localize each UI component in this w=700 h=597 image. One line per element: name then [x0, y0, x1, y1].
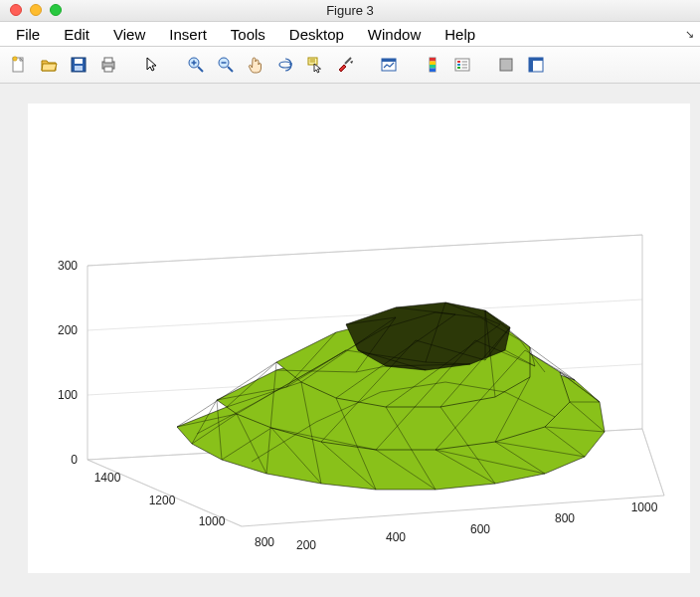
zoom-out-button[interactable]	[213, 52, 239, 78]
svg-rect-40	[529, 58, 543, 61]
x-tick-800: 800	[555, 511, 575, 525]
rotate3d-button[interactable]	[272, 52, 298, 78]
x-tick-400: 400	[386, 530, 406, 544]
svg-line-49	[642, 429, 664, 496]
menu-help[interactable]: Help	[433, 23, 487, 46]
data-cursor-button[interactable]	[302, 52, 328, 78]
y-tick-1000: 1000	[199, 514, 226, 528]
z-tick-200: 200	[58, 323, 78, 337]
menu-overflow-icon[interactable]: ↘	[685, 28, 694, 41]
svg-rect-5	[75, 66, 83, 71]
surface-mesh	[177, 302, 605, 490]
show-plot-icon	[527, 56, 545, 74]
z-tick-300: 300	[58, 259, 78, 273]
new-file-icon	[10, 56, 28, 74]
svg-rect-27	[430, 62, 436, 66]
svg-rect-4	[75, 59, 83, 64]
x-tick-200: 200	[296, 538, 316, 552]
menu-tools[interactable]: Tools	[219, 23, 277, 46]
menu-view[interactable]: View	[101, 23, 157, 46]
save-icon	[70, 56, 88, 74]
y-tick-1400: 1400	[94, 471, 121, 485]
menu-file[interactable]: File	[4, 23, 52, 46]
z-tick-100: 100	[58, 388, 78, 402]
print-icon	[99, 56, 117, 74]
svg-rect-29	[430, 69, 436, 73]
pan-icon	[247, 56, 264, 74]
svg-point-2	[13, 57, 17, 61]
plot-svg: 0 100 200 300 1400 1200 1000 800 200 400…	[28, 103, 690, 573]
y-tick-1200: 1200	[149, 494, 176, 507]
pointer-button[interactable]	[139, 52, 165, 78]
menu-insert[interactable]: Insert	[157, 23, 219, 46]
zoom-out-icon	[217, 56, 235, 74]
axes-3d[interactable]: 0 100 200 300 1400 1200 1000 800 200 400…	[28, 103, 690, 573]
legend-button[interactable]	[449, 52, 475, 78]
svg-line-21	[345, 58, 351, 64]
hide-plot-icon	[497, 56, 515, 74]
print-button[interactable]	[95, 52, 121, 78]
svg-rect-26	[430, 58, 436, 62]
menu-window[interactable]: Window	[356, 23, 433, 46]
menu-desktop[interactable]: Desktop	[277, 23, 356, 46]
brush-icon	[336, 56, 354, 74]
zoom-in-icon	[187, 56, 205, 74]
z-tick-0: 0	[71, 453, 78, 467]
minimize-icon[interactable]	[30, 4, 42, 16]
svg-rect-37	[500, 59, 512, 71]
datacursor-icon	[306, 56, 324, 74]
hide-plot-tools-button[interactable]	[493, 52, 519, 78]
close-icon[interactable]	[10, 4, 22, 16]
save-button[interactable]	[66, 52, 91, 78]
new-file-button[interactable]	[6, 52, 32, 78]
zoom-in-button[interactable]	[183, 52, 209, 78]
svg-marker-22	[350, 61, 353, 64]
open-folder-icon	[40, 56, 58, 74]
svg-rect-28	[430, 65, 436, 69]
toolbar	[0, 47, 700, 84]
colorbar-icon	[424, 56, 441, 74]
window-controls	[10, 4, 62, 16]
link-plot-button[interactable]	[376, 52, 402, 78]
rotate3d-icon	[276, 56, 294, 74]
svg-rect-7	[104, 58, 112, 63]
svg-rect-24	[382, 59, 396, 62]
svg-line-14	[228, 67, 233, 72]
svg-rect-8	[104, 67, 112, 72]
show-plot-tools-button[interactable]	[523, 52, 549, 78]
open-button[interactable]	[36, 52, 62, 78]
brush-button[interactable]	[332, 52, 358, 78]
title-bar: Figure 3	[0, 0, 700, 22]
menu-bar: File Edit View Insert Tools Desktop Wind…	[0, 22, 700, 47]
pan-button[interactable]	[243, 52, 268, 78]
zoom-window-icon[interactable]	[50, 4, 62, 16]
figure-canvas: 0 100 200 300 1400 1200 1000 800 200 400…	[0, 84, 700, 597]
svg-line-48	[88, 235, 642, 266]
pointer-icon	[143, 56, 161, 74]
svg-point-16	[279, 62, 291, 68]
menu-edit[interactable]: Edit	[52, 23, 101, 46]
colorbar-button[interactable]	[420, 52, 445, 78]
window-title: Figure 3	[0, 3, 700, 18]
x-tick-600: 600	[470, 522, 490, 536]
svg-line-10	[198, 67, 203, 72]
y-tick-800: 800	[255, 535, 274, 549]
link-plot-icon	[380, 56, 398, 74]
legend-icon	[453, 56, 471, 74]
x-tick-1000: 1000	[631, 500, 658, 514]
